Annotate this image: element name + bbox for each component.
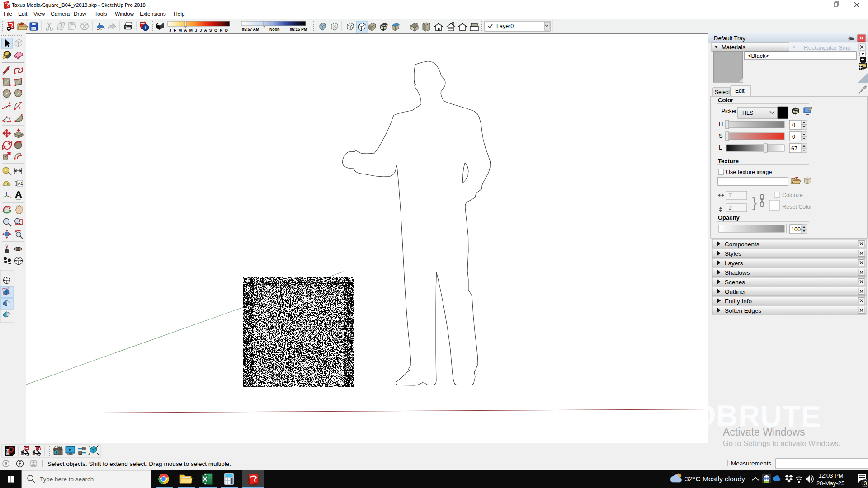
svg-text:12:03 PM: 12:03 PM [818,472,844,479]
svg-text:<Black>: <Black> [748,52,769,59]
svg-text:J F M A M J J A S O N D: J F M A M J J A S O N D [169,28,228,33]
svg-text:06:15 PM: 06:15 PM [290,27,307,32]
svg-text:3: 3 [864,480,867,487]
svg-text:5D: 5D [36,446,41,451]
svg-text:67: 67 [791,145,797,152]
svg-text:Reset Color: Reset Color [782,204,812,210]
svg-text:Activate Windows: Activate Windows [723,426,805,438]
svg-text:05:57 AM: 05:57 AM [242,27,259,32]
svg-text:Use texture image: Use texture image [726,169,772,175]
svg-text:A1: A1 [18,181,23,186]
svg-text:Styles: Styles [725,250,741,257]
svg-text:Layers: Layers [725,260,743,267]
svg-text:Texture: Texture [718,158,739,164]
svg-text:Go to Settings to activate Win: Go to Settings to activate Windows. [723,439,840,447]
svg-text:Shadows: Shadows [725,269,750,276]
svg-text:BiM: BiM [21,450,24,455]
svg-text:}: } [752,195,757,210]
svg-text:100: 100 [791,226,801,233]
svg-text:Type here to search: Type here to search [40,476,94,483]
svg-text:Noon: Noon [269,27,279,32]
svg-text:28-May-25: 28-May-25 [816,480,844,487]
svg-text:32°C: 32°C [685,475,701,483]
svg-text:Materials: Materials [722,44,745,51]
svg-text:Entity Info: Entity Info [725,298,752,305]
svg-text:Opacity: Opacity [718,214,740,221]
svg-text:Edit: Edit [735,88,745,94]
svg-text:Colorize: Colorize [782,192,803,198]
svg-text:HLS: HLS [742,110,753,116]
svg-text:S: S [719,132,723,139]
svg-text:BiM: BiM [32,450,35,455]
svg-text:0: 0 [792,134,795,140]
svg-text:Outliner: Outliner [725,288,746,295]
svg-text:Select: Select [715,89,730,95]
svg-text:Mostly cloudy: Mostly cloudy [703,475,745,483]
svg-text:Color: Color [718,97,733,103]
svg-text:Rectangular Snip: Rectangular Snip [804,44,851,51]
svg-text:1': 1' [728,205,732,211]
svg-text:H: H [719,121,723,127]
svg-text:Layer0: Layer0 [496,23,514,29]
svg-text:Soften Edges: Soften Edges [725,307,761,314]
svg-text:BiM: BiM [5,449,9,455]
svg-text:Measurements: Measurements [731,460,772,467]
svg-text:Scenes: Scenes [725,279,745,286]
svg-text:1': 1' [728,192,732,198]
svg-text:i: i [145,25,146,30]
svg-text:0: 0 [792,122,795,128]
svg-text:Picker:: Picker: [722,108,738,114]
svg-text:Select objects. Shift to exten: Select objects. Shift to extend select. … [47,460,231,467]
svg-text:Components: Components [725,241,760,248]
svg-text:L: L [719,144,722,151]
svg-text:Default Tray: Default Tray [714,35,746,42]
